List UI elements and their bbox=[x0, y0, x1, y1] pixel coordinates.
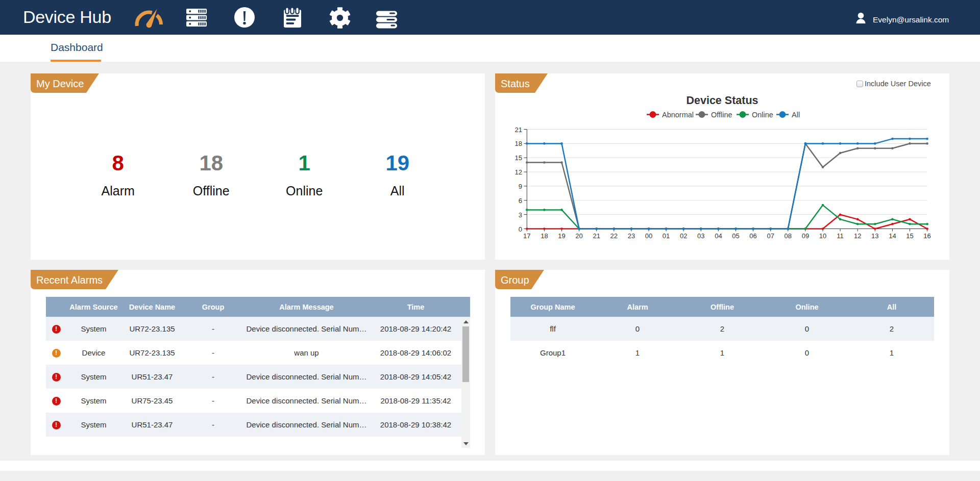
svg-text:My Device: My Device bbox=[36, 78, 84, 89]
svg-text:06: 06 bbox=[749, 232, 756, 240]
svg-text:00: 00 bbox=[645, 232, 652, 240]
svg-text:23: 23 bbox=[628, 232, 635, 240]
svg-text:22: 22 bbox=[610, 232, 618, 240]
svg-text:Group: Group bbox=[501, 274, 529, 286]
svg-text:08: 08 bbox=[785, 232, 792, 240]
svg-text:12: 12 bbox=[515, 168, 522, 176]
svg-text:Abnormal: Abnormal bbox=[662, 111, 694, 119]
svg-text:04: 04 bbox=[715, 232, 722, 240]
svg-text:13: 13 bbox=[871, 232, 878, 240]
svg-text:15: 15 bbox=[906, 232, 913, 240]
svg-text:16: 16 bbox=[923, 232, 930, 240]
svg-text:3: 3 bbox=[519, 211, 522, 219]
svg-text:20: 20 bbox=[575, 232, 582, 240]
svg-text:0: 0 bbox=[519, 225, 522, 233]
svg-text:Offline: Offline bbox=[711, 111, 732, 119]
svg-text:9: 9 bbox=[519, 183, 522, 190]
svg-text:17: 17 bbox=[523, 232, 530, 240]
svg-text:02: 02 bbox=[680, 232, 687, 240]
svg-text:Online: Online bbox=[752, 111, 773, 119]
svg-text:All: All bbox=[792, 111, 800, 119]
svg-text:09: 09 bbox=[802, 232, 809, 240]
svg-text:Recent Alarms: Recent Alarms bbox=[36, 274, 103, 286]
svg-text:12: 12 bbox=[854, 232, 861, 240]
svg-text:14: 14 bbox=[889, 232, 896, 240]
svg-text:21: 21 bbox=[515, 126, 522, 134]
svg-text:10: 10 bbox=[819, 232, 826, 240]
svg-text:Device Status: Device Status bbox=[686, 94, 758, 107]
svg-text:01: 01 bbox=[663, 232, 670, 240]
svg-text:19: 19 bbox=[558, 232, 565, 240]
svg-text:11: 11 bbox=[837, 232, 844, 240]
svg-text:21: 21 bbox=[593, 232, 600, 240]
svg-text:03: 03 bbox=[697, 232, 704, 240]
svg-text:6: 6 bbox=[519, 197, 522, 205]
svg-text:07: 07 bbox=[767, 232, 774, 240]
svg-text:05: 05 bbox=[732, 232, 739, 240]
svg-text:18: 18 bbox=[515, 140, 522, 147]
svg-text:15: 15 bbox=[515, 154, 522, 162]
svg-text:18: 18 bbox=[541, 232, 548, 240]
